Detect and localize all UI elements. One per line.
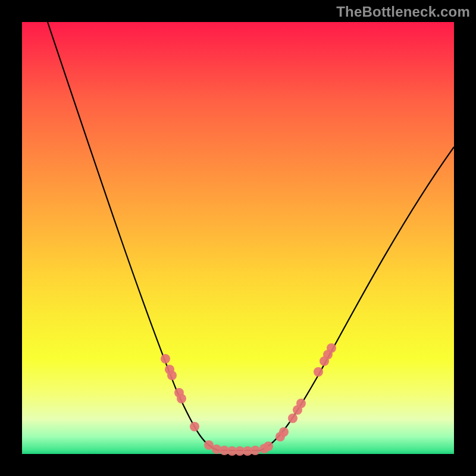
curve-left — [46, 18, 219, 450]
data-point — [288, 414, 298, 423]
data-point — [250, 446, 260, 455]
data-point — [279, 427, 289, 437]
data-point — [167, 371, 177, 380]
curve-group — [46, 18, 454, 450]
data-point — [314, 367, 323, 377]
chart-overlay — [22, 22, 454, 454]
data-point — [177, 394, 186, 403]
data-point — [264, 441, 273, 451]
data-point — [327, 343, 336, 353]
data-point — [161, 354, 170, 364]
watermark-text: TheBottleneck.com — [336, 4, 470, 20]
data-point — [296, 399, 306, 408]
points-group — [161, 343, 336, 456]
chart-frame: TheBottleneck.com — [0, 0, 476, 476]
data-point — [190, 422, 199, 431]
curve-right — [260, 147, 454, 450]
